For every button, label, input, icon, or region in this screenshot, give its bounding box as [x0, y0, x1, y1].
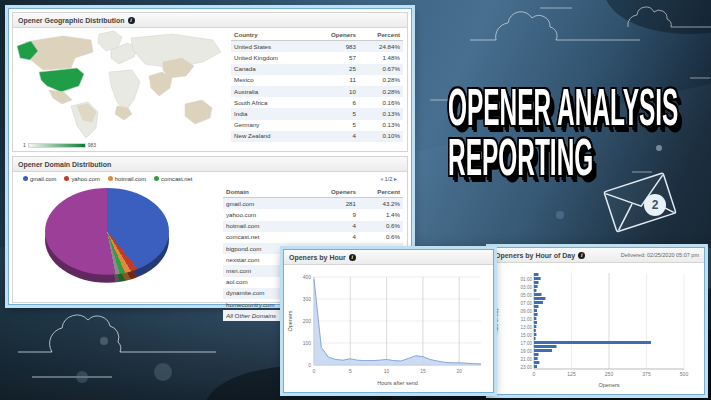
svg-text:300: 300 — [303, 296, 312, 302]
cloud-outline-icon — [470, 7, 711, 40]
hour-bar[interactable] — [534, 341, 651, 344]
svg-text:21:00: 21:00 — [521, 357, 533, 362]
table-row: New Zealand40.10% — [231, 131, 403, 142]
map-legend-min: 1 — [23, 142, 26, 148]
hour-panel-title: Openers by Hour — [289, 254, 346, 261]
legend-dot-icon — [108, 176, 113, 181]
hod-panel-title: Openers by Hour of Day — [495, 252, 575, 259]
svg-text:15: 15 — [420, 368, 426, 374]
hour-bar[interactable] — [534, 329, 536, 332]
svg-text:09:00: 09:00 — [521, 309, 533, 314]
legend-dot-icon — [154, 176, 159, 181]
map-legend-gradient — [28, 143, 86, 148]
hour-bar[interactable] — [534, 297, 545, 300]
hour-bar[interactable] — [534, 281, 539, 284]
hour-bar[interactable] — [534, 313, 538, 316]
table-row: hotmail.com40.6% — [223, 221, 403, 232]
pie-surface[interactable] — [45, 188, 169, 275]
hour-bar[interactable] — [534, 337, 536, 340]
hour-bar[interactable] — [534, 273, 539, 276]
svg-text:13:00: 13:00 — [521, 325, 533, 330]
info-icon[interactable]: i — [349, 254, 356, 261]
geo-distribution-panel: Opener Geographic Distribution i — [12, 12, 408, 152]
svg-text:17:00: 17:00 — [521, 341, 533, 346]
pager-left-icon: ◂ — [380, 176, 383, 182]
hour-bar[interactable] — [534, 277, 541, 280]
map-country-mexico[interactable] — [49, 90, 72, 104]
hour-bar[interactable] — [534, 349, 552, 352]
legend-item[interactable]: comcast.net — [154, 176, 192, 182]
table-row: United Kingdom571.48% — [231, 52, 403, 63]
hour-panel-header: Openers by Hour i — [284, 250, 493, 265]
area-line — [314, 279, 481, 364]
map-legend-max: 983 — [88, 142, 96, 148]
domain-pie-chart — [13, 185, 221, 302]
table-row: South Africa60.16% — [231, 97, 403, 108]
envelope-badge-count: 2 — [652, 198, 659, 212]
hour-bar[interactable] — [534, 325, 536, 328]
svg-text:Openers: Openers — [287, 310, 293, 331]
hour-bar[interactable] — [534, 353, 539, 356]
table-row: India50.13% — [231, 108, 403, 119]
legend-item[interactable]: gmail.com — [23, 176, 56, 182]
legend-dot-icon — [23, 176, 28, 181]
table-row: Australia100.28% — [231, 86, 403, 97]
envelope-badge — [644, 194, 666, 216]
svg-text:0: 0 — [313, 368, 316, 374]
hour-bar[interactable] — [534, 301, 543, 304]
svg-text:100: 100 — [303, 340, 312, 346]
table-row: yahoo.com91.4% — [223, 209, 403, 220]
table-row: comcast.net40.6% — [223, 232, 403, 243]
table-row: Mexico110.28% — [231, 75, 403, 86]
pager-right-icon: ▸ — [394, 176, 397, 182]
legend-item[interactable]: hotmail.com — [108, 176, 146, 182]
svg-text:11:00: 11:00 — [521, 317, 533, 322]
table-header-row: CountryOpenersPercent — [231, 29, 403, 41]
map-country-south-africa[interactable] — [115, 106, 132, 120]
svg-text:125: 125 — [567, 371, 576, 377]
hour-bar[interactable] — [534, 293, 542, 296]
hour-bar[interactable] — [534, 361, 539, 364]
hour-bar[interactable] — [534, 333, 536, 336]
svg-text:Hours after send: Hours after send — [377, 380, 418, 386]
hour-bar[interactable] — [534, 289, 536, 292]
svg-text:Hour of Day: Hour of Day — [494, 308, 499, 334]
map-country-us[interactable] — [39, 68, 84, 92]
hour-bar[interactable] — [534, 317, 536, 320]
hour-bar[interactable] — [534, 321, 537, 324]
svg-text:375: 375 — [642, 371, 651, 377]
world-map-svg — [13, 28, 227, 140]
openers-by-hour-chart: 010020030040005101520Hours after sendOpe… — [284, 265, 489, 391]
pie-legend-pager[interactable]: ◂ 1/2 ▸ — [380, 176, 397, 182]
geo-table: CountryOpenersPercentUnited States98324.… — [229, 28, 407, 151]
hour-bar[interactable] — [534, 357, 538, 360]
cloud-outline-icon — [18, 315, 216, 377]
svg-text:0: 0 — [533, 371, 536, 377]
table-header-row: DomainOpenersPercent — [223, 186, 403, 198]
svg-text:200: 200 — [303, 318, 312, 324]
hour-bar[interactable] — [534, 285, 538, 288]
openers-by-hour-of-day-window: Openers by Hour of Day i Delivered: 02/2… — [489, 247, 705, 395]
hour-bar[interactable] — [534, 365, 537, 368]
hour-bar[interactable] — [534, 305, 539, 308]
legend-dot-icon — [64, 176, 69, 181]
map-country-australia[interactable] — [185, 100, 212, 124]
legend-item[interactable]: yahoo.com — [64, 176, 99, 182]
svg-text:Openers: Openers — [598, 382, 619, 388]
svg-text:07:00: 07:00 — [521, 301, 533, 306]
geo-panel-header: Opener Geographic Distribution i — [13, 13, 407, 28]
hour-bar[interactable] — [534, 309, 537, 312]
openers-by-hour-of-day-chart: 012525037550001:0003:0005:0007:0009:0011… — [490, 263, 702, 393]
hero-title-line2: REPORTING — [448, 132, 678, 182]
info-icon[interactable]: i — [128, 17, 135, 24]
openers-by-hour-window: Openers by Hour i 010020030040005101520H… — [283, 249, 494, 393]
svg-text:23:00: 23:00 — [521, 365, 533, 370]
area-series — [314, 279, 481, 365]
table-row: gmail.com28143.2% — [223, 198, 403, 209]
info-icon[interactable]: i — [578, 252, 585, 259]
hero-title: OPENER ANALYSIS REPORTING — [448, 82, 711, 182]
table-row: Germany50.13% — [231, 120, 403, 131]
table-row: United States98324.84% — [231, 41, 403, 52]
hour-bar[interactable] — [534, 345, 557, 348]
table-row: Canada250.67% — [231, 64, 403, 75]
